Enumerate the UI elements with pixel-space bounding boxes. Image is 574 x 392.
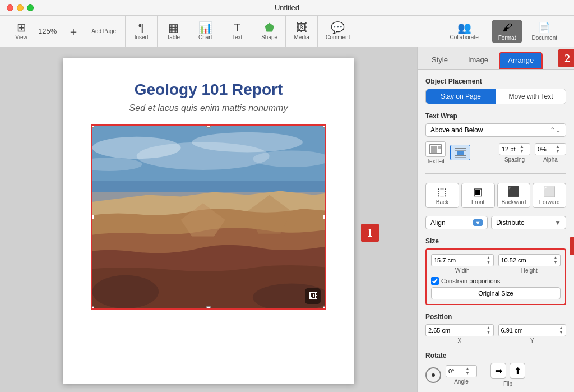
- spacing-input[interactable]: [502, 146, 519, 153]
- x-input[interactable]: [428, 327, 487, 334]
- insert-label: Insert: [135, 34, 149, 40]
- collaborate-button[interactable]: 👥 Collaborate: [447, 20, 482, 43]
- text-wrap-value: Above and Below: [430, 126, 483, 134]
- constrain-row: Constrain proportions: [431, 277, 561, 285]
- text-icon: T: [234, 22, 240, 33]
- shape-icon: ⬟: [265, 22, 274, 33]
- width-down-btn[interactable]: ▼: [487, 260, 491, 265]
- resize-handle-bottom-right[interactable]: [323, 306, 326, 310]
- angle-spin-btns: ▲ ▼: [465, 367, 470, 376]
- traffic-lights: [7, 4, 34, 11]
- spacing-spin-btns: ▲ ▼: [520, 145, 524, 154]
- view-button[interactable]: ⊞ View: [10, 20, 33, 43]
- resize-handle-top-left[interactable]: [91, 124, 94, 128]
- media-button[interactable]: 🖼 Media: [290, 20, 313, 43]
- spacing-input-wrap: ▲ ▼: [499, 143, 530, 155]
- width-label: Width: [431, 268, 494, 274]
- document-icon: 📄: [538, 21, 550, 34]
- resize-handle-bottom-center[interactable]: [206, 306, 211, 310]
- x-spin-btns: ▲ ▼: [487, 326, 491, 335]
- tab-arrange[interactable]: Arrange: [499, 52, 543, 69]
- angle-field: ▲ ▼ Angle: [446, 365, 477, 385]
- y-down-btn[interactable]: ▼: [559, 330, 563, 335]
- media-group: 🖼 Media: [286, 16, 318, 47]
- resize-handle-top-right[interactable]: [323, 124, 326, 128]
- spacing-down-btn[interactable]: ▼: [520, 149, 524, 154]
- angle-label: Angle: [446, 379, 477, 385]
- document-button[interactable]: 📄 Document: [525, 19, 564, 43]
- width-input-wrap: ▲ ▼: [431, 254, 494, 266]
- add-page-label: Add Page: [91, 28, 116, 34]
- resize-handle-bottom-left[interactable]: [91, 306, 94, 310]
- height-down-btn[interactable]: ▼: [553, 260, 558, 265]
- size-section-wrapper: Size ▲ ▼ Width: [425, 237, 566, 305]
- shape-button[interactable]: ⬟ Shape: [258, 20, 281, 43]
- maximize-button[interactable]: [27, 4, 34, 11]
- resize-handle-top-center[interactable]: [206, 124, 211, 128]
- table-group: ▦ Table: [158, 16, 189, 47]
- object-placement-title: Object Placement: [425, 77, 566, 85]
- alpha-down-btn[interactable]: ▼: [556, 149, 560, 154]
- back-btn[interactable]: ⬚ Back: [425, 183, 459, 208]
- back-label: Back: [436, 199, 448, 205]
- label-2: 2: [558, 49, 574, 67]
- above-below-icon[interactable]: [450, 145, 470, 160]
- height-input[interactable]: [501, 257, 554, 264]
- title-bar: Untitled: [0, 0, 574, 16]
- front-btn[interactable]: ▣ Front: [461, 183, 495, 208]
- close-button[interactable]: [7, 4, 13, 11]
- flip-horizontal-btn[interactable]: ➡: [490, 363, 506, 379]
- tab-image[interactable]: Image: [459, 52, 498, 69]
- angle-down-btn[interactable]: ▼: [465, 371, 470, 376]
- original-size-btn[interactable]: Original Size: [431, 287, 561, 299]
- insert-button[interactable]: ¶ Insert: [130, 20, 152, 43]
- width-field: ▲ ▼ Width: [431, 254, 494, 274]
- backward-btn[interactable]: ⬛ Backward: [497, 183, 531, 208]
- forward-icon: ⬜: [543, 186, 556, 198]
- resize-handle-middle-left[interactable]: [91, 215, 94, 219]
- canvas-area[interactable]: Geology 101 Report Sed et lacus quis eni…: [0, 47, 417, 392]
- alpha-input[interactable]: [538, 146, 554, 153]
- format-label: Format: [498, 35, 516, 41]
- text-label: Text: [232, 34, 242, 40]
- right-panel: 2 Style Image Arrange Object Placement S…: [417, 47, 574, 392]
- x-down-btn[interactable]: ▼: [487, 330, 491, 335]
- flip-area: ➡ ⬆ Flip: [490, 363, 525, 387]
- page-subtitle: Sed et lacus quis enim mattis nonummy: [91, 103, 326, 113]
- constrain-checkbox[interactable]: [431, 277, 439, 285]
- align-distribute-row: Align ▼ Distribute ▼: [425, 216, 566, 229]
- comment-button[interactable]: 💬 Comment: [322, 20, 353, 43]
- text-button[interactable]: T Text: [226, 20, 248, 43]
- text-wrap-dropdown[interactable]: Above and Below ⌃⌄: [425, 123, 566, 137]
- add-page-label-area: Add Page: [87, 26, 121, 36]
- align-dropdown[interactable]: Align ▼: [425, 216, 488, 229]
- size-inputs-row: ▲ ▼ Width ▲ ▼: [431, 254, 561, 274]
- backward-icon: ⬛: [507, 186, 520, 198]
- comment-label: Comment: [326, 34, 350, 40]
- table-button[interactable]: ▦ Table: [162, 20, 184, 43]
- distribute-dropdown[interactable]: Distribute ▼: [491, 216, 566, 229]
- resize-handle-middle-right[interactable]: [323, 215, 326, 219]
- zoom-control[interactable]: 125%: [35, 25, 60, 37]
- add-page-button[interactable]: ＋: [62, 24, 85, 39]
- svg-rect-11: [431, 146, 437, 153]
- width-input[interactable]: [434, 257, 487, 264]
- angle-input[interactable]: [448, 368, 465, 375]
- svg-point-8: [92, 275, 159, 308]
- image-container[interactable]: 🖼: [91, 124, 326, 310]
- rotate-title: Rotate: [425, 352, 566, 359]
- flip-vertical-btn[interactable]: ⬆: [510, 363, 525, 379]
- format-button[interactable]: 🖌 Format: [492, 20, 523, 43]
- minimize-button[interactable]: [17, 4, 24, 11]
- rotate-dial[interactable]: [425, 367, 441, 383]
- stay-on-page-btn[interactable]: Stay on Page: [426, 89, 496, 104]
- x-field: ▲ ▼ X: [425, 324, 494, 344]
- y-input[interactable]: [501, 327, 559, 334]
- comment-group: 💬 Comment: [318, 16, 358, 47]
- move-with-text-btn[interactable]: Move with Text: [496, 89, 566, 104]
- tab-style[interactable]: Style: [422, 52, 457, 69]
- text-fit-icon[interactable]: [425, 141, 446, 157]
- forward-btn[interactable]: ⬜ Forward: [533, 183, 566, 208]
- chart-button[interactable]: 📊 Chart: [194, 20, 216, 43]
- label-1: 1: [361, 224, 379, 242]
